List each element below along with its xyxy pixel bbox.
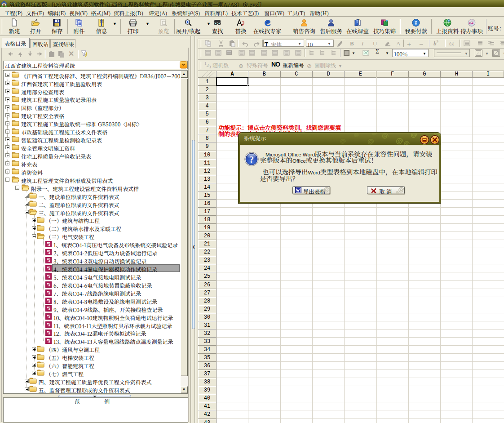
svg-text:?: ? <box>249 154 254 165</box>
svg-text:DVD: DVD <box>469 22 473 24</box>
